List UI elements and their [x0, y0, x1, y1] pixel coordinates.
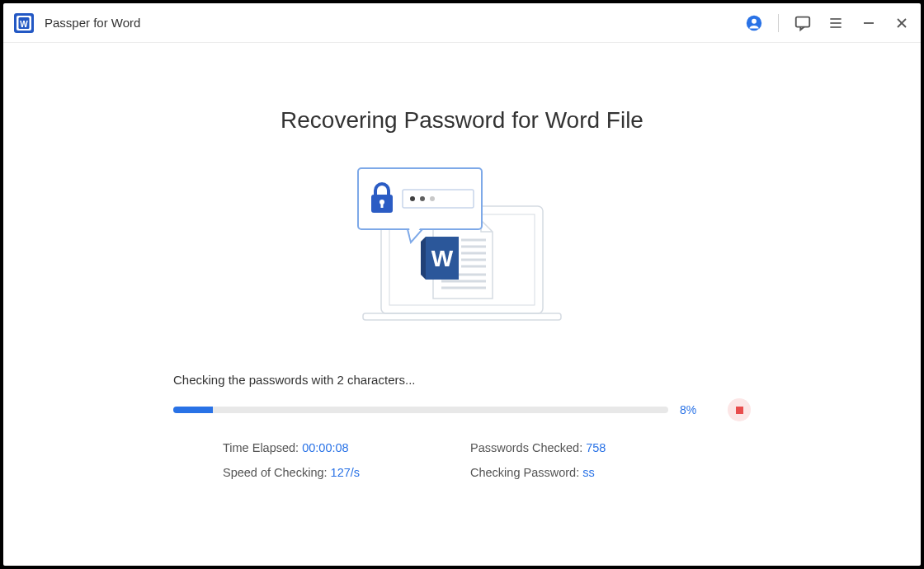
svg-point-35 — [430, 196, 435, 201]
svg-point-34 — [420, 196, 425, 201]
status-text: Checking the passwords with 2 characters… — [173, 373, 751, 387]
hamburger-menu-icon[interactable] — [827, 14, 845, 32]
main-content: Recovering Password for Word File — [3, 43, 921, 566]
svg-rect-6 — [796, 16, 810, 26]
time-elapsed-value: 00:00:08 — [302, 441, 348, 454]
app-title: Passper for Word — [45, 16, 140, 30]
svg-text:W: W — [431, 246, 454, 271]
minimize-button[interactable] — [860, 14, 878, 32]
progress-row: 8% — [173, 398, 751, 421]
feedback-icon[interactable] — [794, 14, 812, 32]
stat-current-password: Checking Password: ss — [470, 466, 718, 479]
recovery-illustration: W — [338, 167, 586, 332]
progress-percent: 8% — [680, 403, 705, 416]
titlebar-right — [745, 14, 911, 32]
svg-point-33 — [410, 196, 415, 201]
passwords-checked-value: 758 — [586, 441, 606, 454]
speed-value: 127/s — [331, 466, 360, 479]
svg-rect-13 — [363, 313, 561, 320]
stat-speed: Speed of Checking: 127/s — [223, 466, 470, 479]
app-logo-icon: W — [13, 12, 35, 34]
passwords-checked-label: Passwords Checked: — [470, 441, 586, 454]
stats-grid: Time Elapsed: 00:00:08 Passwords Checked… — [173, 441, 751, 479]
svg-point-5 — [752, 18, 757, 23]
titlebar-left: W Passper for Word — [13, 12, 140, 34]
stat-passwords-checked: Passwords Checked: 758 — [470, 441, 718, 454]
progress-fill — [173, 407, 213, 413]
close-button[interactable] — [893, 14, 911, 32]
time-elapsed-label: Time Elapsed: — [223, 441, 302, 454]
current-password-value: ss — [582, 466, 595, 479]
stop-icon — [736, 407, 743, 414]
app-window: W Passper for Word — [3, 3, 921, 566]
titlebar-divider — [778, 14, 779, 32]
stat-time-elapsed: Time Elapsed: 00:00:08 — [223, 441, 470, 454]
svg-text:W: W — [20, 19, 28, 28]
titlebar: W Passper for Word — [3, 3, 921, 43]
progress-bar — [173, 407, 668, 413]
svg-rect-31 — [381, 203, 384, 208]
account-icon[interactable] — [745, 14, 763, 32]
current-password-label: Checking Password: — [470, 466, 582, 479]
stop-button[interactable] — [728, 398, 751, 421]
page-title: Recovering Password for Word File — [280, 107, 644, 134]
progress-section: Checking the passwords with 2 characters… — [173, 373, 751, 479]
svg-marker-24 — [421, 237, 426, 280]
speed-label: Speed of Checking: — [223, 466, 331, 479]
